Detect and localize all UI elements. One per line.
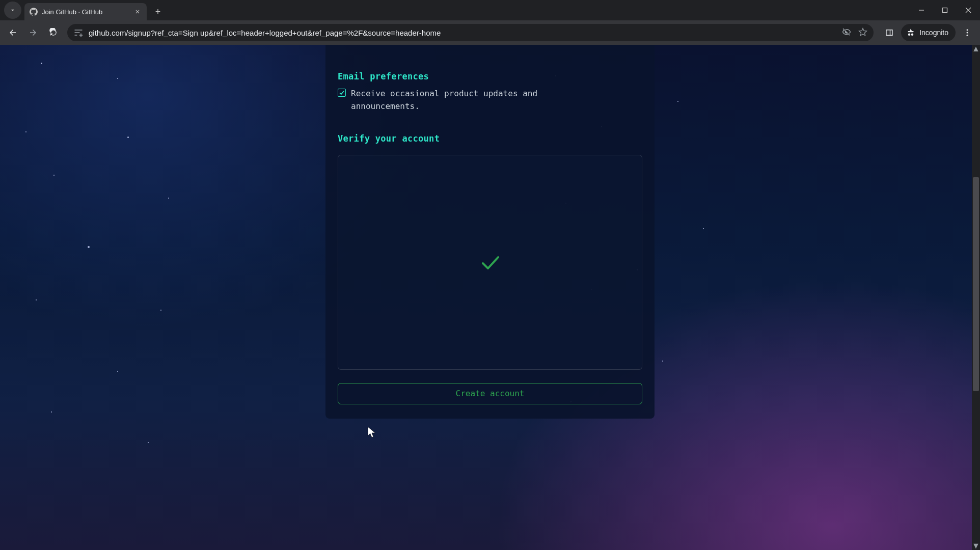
- star-decoration: [117, 78, 118, 79]
- mouse-cursor-icon: [367, 426, 378, 441]
- signup-card: ✓ ShcchaJN3 Email preferences Receive oc…: [325, 45, 655, 419]
- tab-close-button[interactable]: [133, 8, 142, 16]
- star-decoration: [41, 63, 42, 64]
- bookmark-button[interactable]: [858, 28, 867, 38]
- star-decoration: [36, 299, 37, 300]
- github-favicon-icon: [30, 8, 38, 16]
- browser-toolbar: github.com/signup?ref_cta=Sign up&ref_lo…: [0, 20, 980, 45]
- kebab-icon: [963, 28, 972, 37]
- scroll-up-button[interactable]: ▲: [972, 45, 980, 53]
- tab-search-button[interactable]: [4, 2, 21, 19]
- star-decoration: [703, 228, 704, 229]
- arrow-right-icon: [29, 28, 38, 37]
- panel-icon: [885, 28, 894, 37]
- page-scrollbar[interactable]: ▲ ▼: [972, 45, 980, 550]
- tracking-blocked-button[interactable]: [842, 28, 851, 38]
- star-decoration: [662, 361, 663, 362]
- side-panel-button[interactable]: [881, 24, 898, 41]
- arrow-left-icon: [8, 28, 17, 37]
- star-decoration: [53, 175, 55, 176]
- scrollbar-thumb[interactable]: [973, 177, 979, 391]
- nav-forward-button[interactable]: [24, 24, 42, 41]
- chevron-down-icon: [9, 7, 16, 14]
- svg-point-6: [967, 35, 968, 36]
- incognito-indicator[interactable]: Incognito: [901, 24, 956, 41]
- star-icon: [858, 28, 867, 37]
- close-icon: [134, 9, 141, 15]
- verify-account-panel: [338, 155, 642, 370]
- site-info-button[interactable]: [73, 28, 84, 38]
- star-decoration: [160, 310, 161, 311]
- star-decoration: [88, 246, 90, 248]
- star-decoration: [127, 136, 129, 138]
- new-tab-button[interactable]: +: [151, 5, 165, 19]
- svg-point-5: [967, 32, 968, 34]
- incognito-label: Incognito: [919, 29, 948, 37]
- window-close-button[interactable]: [957, 0, 980, 20]
- maximize-icon: [942, 7, 948, 13]
- page-viewport: ✓ ShcchaJN3 Email preferences Receive oc…: [0, 45, 980, 550]
- svg-rect-1: [943, 8, 947, 13]
- nav-reload-button[interactable]: [45, 24, 62, 41]
- nav-back-button[interactable]: [4, 24, 21, 41]
- create-account-label: Create account: [456, 389, 525, 398]
- star-decoration: [148, 442, 149, 443]
- star-decoration: [51, 411, 52, 413]
- checkmark-icon: [339, 90, 345, 96]
- eye-off-icon: [842, 28, 851, 37]
- browser-tab[interactable]: Join GitHub · GitHub: [24, 3, 147, 20]
- browser-menu-button[interactable]: [959, 24, 976, 41]
- svg-point-4: [967, 29, 968, 31]
- verify-account-heading: Verify your account: [338, 133, 642, 144]
- star-decoration: [168, 198, 169, 199]
- star-decoration: [25, 131, 26, 132]
- incognito-icon: [906, 28, 915, 37]
- window-maximize-button[interactable]: [933, 0, 957, 20]
- email-preferences-heading: Email preferences: [338, 71, 642, 81]
- star-decoration: [117, 371, 118, 372]
- address-bar[interactable]: github.com/signup?ref_cta=Sign up&ref_lo…: [67, 24, 874, 41]
- window-minimize-button[interactable]: [910, 0, 933, 20]
- url-text: github.com/signup?ref_cta=Sign up&ref_lo…: [89, 29, 837, 37]
- scroll-down-button[interactable]: ▼: [972, 542, 980, 550]
- success-check-icon: [478, 250, 502, 274]
- minimize-icon: [918, 7, 924, 13]
- star-decoration: [677, 101, 678, 102]
- window-controls: [910, 0, 980, 20]
- email-preferences-row: Receive occasional product updates and a…: [338, 88, 642, 113]
- close-icon: [965, 7, 971, 13]
- email-updates-checkbox[interactable]: [338, 89, 346, 97]
- tune-icon: [73, 28, 84, 38]
- tab-title: Join GitHub · GitHub: [42, 8, 129, 16]
- tab-strip: Join GitHub · GitHub +: [0, 0, 980, 20]
- email-preferences-text: Receive occasional product updates and a…: [351, 88, 565, 113]
- create-account-button[interactable]: Create account: [338, 383, 642, 404]
- reload-icon: [49, 28, 58, 37]
